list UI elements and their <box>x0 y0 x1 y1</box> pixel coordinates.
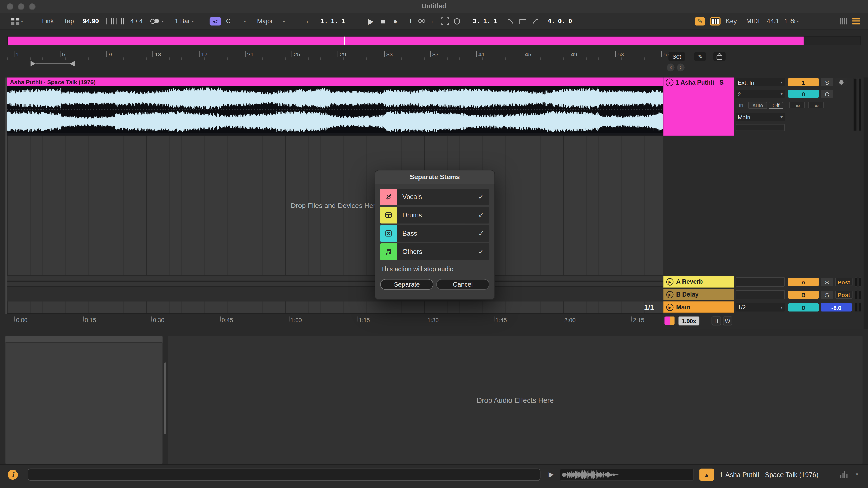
playback-speed-button[interactable]: 1.00x <box>678 316 700 325</box>
arm-record-button[interactable] <box>835 78 848 87</box>
pan-knob[interactable]: 0 <box>788 90 818 98</box>
input-type-menu[interactable]: Ext. In▾ <box>736 78 785 87</box>
return-track-a-header[interactable]: ▶ A Reverb <box>663 276 735 288</box>
info-icon[interactable]: i <box>8 470 18 480</box>
track-delay-field[interactable] <box>736 124 785 131</box>
metronome-toggle[interactable]: ▾ <box>150 18 164 24</box>
track-header-audio-1[interactable]: ▾ 1 Asha Puthli - S <box>663 77 735 136</box>
lock-envelopes-button[interactable] <box>713 52 725 61</box>
arrangement-overview[interactable] <box>7 36 861 45</box>
double-tempo-button[interactable]: W <box>723 316 732 325</box>
next-locator-button[interactable]: › <box>677 64 685 72</box>
return-a-device-slot[interactable] <box>736 277 785 287</box>
main-volume-field[interactable]: -6.0 <box>821 303 852 312</box>
show-sample-button[interactable]: ▲ <box>700 469 714 481</box>
loop-start-field[interactable]: 3. 1. 1 <box>473 18 499 24</box>
cancel-button[interactable]: Cancel <box>436 279 489 290</box>
tempo-field[interactable]: 94.90 <box>83 18 99 24</box>
scale-name-menu[interactable]: Major▾ <box>257 18 285 24</box>
draw-mode-button[interactable]: ✎ <box>695 17 705 25</box>
automation-arm-icon[interactable] <box>417 18 427 24</box>
plus-icon[interactable]: + <box>408 17 413 25</box>
return-track-b-lane[interactable] <box>7 281 663 287</box>
loop-length-field[interactable]: 4. 0. 0 <box>548 18 573 24</box>
midi-map-button[interactable]: MIDI <box>746 18 760 24</box>
set-locator-button[interactable]: Set <box>669 52 685 61</box>
link-button[interactable]: Link <box>42 18 54 24</box>
quantize-menu[interactable]: 1 Bar▾ <box>175 18 194 24</box>
loop-region-marker[interactable] <box>31 60 75 66</box>
prev-locator-button[interactable]: ‹ <box>667 64 675 72</box>
nudge-up-icon[interactable] <box>117 18 124 24</box>
return-b-solo[interactable]: S <box>821 291 833 299</box>
unfold-track-icon[interactable]: ▾ <box>666 78 674 87</box>
expand-icon[interactable] <box>441 17 449 25</box>
cue-out-menu[interactable]: 1/2▾ <box>736 302 785 312</box>
track-activator-button[interactable]: 1 <box>788 78 818 87</box>
sample-preview[interactable] <box>560 469 694 481</box>
preview-play-icon[interactable]: ▶ <box>549 471 554 477</box>
panel-scrollbar-handle[interactable] <box>164 362 166 434</box>
stop-button[interactable]: ■ <box>381 18 385 25</box>
half-tempo-button[interactable]: H <box>712 316 721 325</box>
stem-row-others[interactable]: Others✓ <box>380 243 489 260</box>
grid-icon[interactable]: ▾ <box>11 18 23 25</box>
return-b-activator[interactable]: B <box>788 291 818 299</box>
output-type-menu[interactable]: Main▾ <box>736 113 785 121</box>
audio-clip-waveform[interactable] <box>7 86 663 133</box>
main-track-lane[interactable]: 1/1 <box>7 301 663 314</box>
follow-icon[interactable]: → <box>303 17 309 25</box>
audio-clip-title-bar[interactable]: Asha Puthli - Space Talk (1976) <box>7 77 663 87</box>
return-b-pre-post[interactable]: Post <box>835 291 852 299</box>
monitor-off-button[interactable]: Off <box>769 102 783 109</box>
bar-number: 25 <box>294 51 300 58</box>
loop-icon[interactable] <box>519 18 527 24</box>
cpu-load-menu[interactable]: 1 %▾ <box>784 18 799 24</box>
return-track-b-header[interactable]: ▶ B Delay <box>663 289 735 300</box>
play-button[interactable]: ▶ <box>368 18 374 25</box>
re-enable-automation-icon[interactable]: ← <box>430 17 437 25</box>
time-ruler[interactable]: 0:00 0:15 0:30 0:45 1:00 1:15 1:30 1:45 … <box>7 314 663 329</box>
status-text-field[interactable] <box>28 469 540 481</box>
time-label: 0:45 <box>222 316 233 323</box>
record-button[interactable]: ● <box>393 18 397 25</box>
punch-in-icon[interactable] <box>507 18 515 24</box>
scale-root-menu[interactable]: C▾ <box>226 18 246 24</box>
main-pan-knob[interactable]: 0 <box>788 303 818 312</box>
key-map-button[interactable]: Key <box>726 18 737 24</box>
computer-midi-keyboard-button[interactable] <box>710 17 721 25</box>
stem-row-drums[interactable]: Drums✓ <box>380 207 489 224</box>
menu-icon[interactable] <box>852 17 860 26</box>
return-a-solo[interactable]: S <box>821 278 833 286</box>
nudge-down-icon[interactable] <box>106 18 114 24</box>
chevron-down-icon[interactable]: ▾ <box>856 472 858 477</box>
arrangement-position-field[interactable]: 1. 1. 1 <box>320 18 346 24</box>
overview-clip-region[interactable] <box>8 37 804 45</box>
input-channel-menu[interactable]: 2▾ <box>736 90 785 98</box>
return-b-device-slot[interactable] <box>736 290 785 299</box>
stem-row-bass[interactable]: Bass✓ <box>380 225 489 242</box>
time-signature-field[interactable]: 4 / 4 <box>130 18 143 24</box>
scale-mode-icon[interactable]: ♭♯ <box>209 17 221 25</box>
solo-button[interactable]: S <box>821 78 833 87</box>
stem-row-vocals[interactable]: Vocals✓ <box>380 189 489 205</box>
vertical-scrollbar[interactable] <box>864 77 868 329</box>
crossfade-assign-button[interactable]: C <box>821 90 833 98</box>
title-bar[interactable]: Untitled <box>0 0 868 13</box>
capture-icon[interactable] <box>453 18 461 25</box>
monitor-auto-button[interactable]: Auto <box>748 102 767 109</box>
tap-tempo-button[interactable]: Tap <box>64 18 74 24</box>
clip-info-panel[interactable] <box>5 336 162 464</box>
device-chain-panel[interactable]: Drop Audio Effects Here <box>168 336 863 464</box>
return-track-a-lane[interactable] <box>7 275 663 281</box>
arrangement-view[interactable]: Asha Puthli - Space Talk (1976) Drop Fil… <box>7 77 663 314</box>
monitor-in-button[interactable]: In <box>736 102 746 109</box>
punch-out-icon[interactable] <box>531 18 539 24</box>
separate-button[interactable]: Separate <box>380 279 433 290</box>
arrangement-drop-area[interactable]: Drop Files and Devices Here <box>7 136 663 275</box>
return-a-pre-post[interactable]: Post <box>835 278 852 286</box>
return-a-activator[interactable]: A <box>788 278 818 286</box>
levels-icon[interactable] <box>840 470 847 478</box>
draw-automation-button[interactable]: ✎ <box>694 52 706 61</box>
main-track-header[interactable]: ▶ Main <box>663 301 735 313</box>
